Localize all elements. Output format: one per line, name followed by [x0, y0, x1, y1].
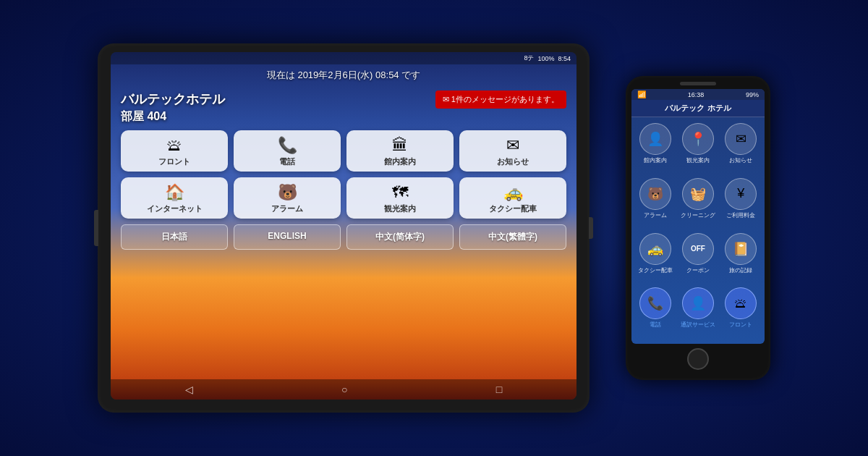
tablet-btn-sightseeing[interactable]: 🗺 観光案内	[346, 177, 454, 219]
front-desk-icon: 🛎	[166, 138, 182, 153]
lang-btn-chinese-simplified[interactable]: 中文(简体字)	[346, 224, 454, 250]
tablet-signal: 8テ	[524, 54, 534, 63]
phone-diary-label: 旅の記録	[729, 267, 752, 274]
tablet-hotel-name: バルテックホテル	[121, 90, 225, 108]
phone-btn-sightseeing[interactable]: 📍 観光案内	[678, 123, 717, 174]
tablet-nav-bar: ◁ ○ □	[111, 379, 576, 400]
phone-btn-coupon[interactable]: OFF クーポン	[678, 233, 717, 284]
tablet-hotel-info: バルテックホテル 部屋 404	[121, 90, 225, 124]
tablet-nav-recent[interactable]: □	[496, 384, 502, 395]
phone-front-desk-label: フロント	[729, 321, 752, 329]
phone-btn-phone[interactable]: 📞 電話	[636, 287, 674, 338]
alarm-icon: 🐻	[278, 185, 297, 200]
phone-front-desk-icon: 🛎	[725, 287, 757, 319]
phone-btn-front-desk[interactable]: 🛎 フロント	[722, 287, 760, 338]
phone-alarm-label: アラーム	[644, 212, 667, 219]
phone-hotel-title: バルテック ホテル	[637, 103, 759, 114]
phone-icon: 📞	[278, 138, 297, 153]
tablet-room-number: 部屋 404	[121, 109, 225, 124]
phone-btn-alarm[interactable]: 🐻 アラーム	[636, 178, 674, 229]
phone-coupon-icon: OFF	[682, 233, 714, 265]
alarm-label: アラーム	[271, 203, 303, 214]
tablet-screen: 8テ 100% 8:54 現在は 2019年2月6日(水) 08:54 です バ…	[111, 52, 576, 400]
phone-btn-cleaning[interactable]: 🧺 クリーニング	[678, 178, 717, 229]
hotel-info-icon: 🏛	[392, 138, 408, 153]
phone-billing-label: ご利用料金	[726, 212, 755, 219]
tablet-status-bar: 8テ 100% 8:54	[111, 52, 576, 64]
tablet-device: 8テ 100% 8:54 現在は 2019年2月6日(水) 08:54 です バ…	[98, 43, 590, 413]
tablet-nav-back[interactable]: ◁	[185, 384, 193, 395]
tablet-btn-front-desk[interactable]: 🛎 フロント	[121, 130, 228, 172]
notices-icon: ✉	[506, 138, 519, 153]
tablet-time: 8:54	[558, 55, 571, 62]
phone-screen: 📶 16:38 99% バルテック ホテル 👤 館内案内 📍 観光案内 ✉	[631, 89, 765, 344]
phone-phone-icon: 📞	[639, 287, 671, 319]
tablet-btn-internet[interactable]: 🏠 インターネット	[121, 177, 228, 219]
phone-taxi-icon: 🚕	[639, 233, 671, 265]
phone-status-bar: 📶 16:38 99%	[631, 89, 765, 100]
tablet-side-button-right	[589, 217, 593, 239]
tablet-btn-taxi[interactable]: 🚕 タクシー配車	[459, 177, 566, 219]
phone-interpreter-label: 通訳サービス	[681, 321, 715, 329]
taxi-icon: 🚕	[503, 185, 523, 200]
phone-app-grid: 👤 館内案内 📍 観光案内 ✉ お知らせ 🐻 アラーム 🧺 クリーニ	[631, 117, 765, 344]
tablet-btn-phone[interactable]: 📞 電話	[234, 130, 341, 172]
phone-billing-icon: ¥	[725, 178, 757, 210]
tablet-btn-alarm[interactable]: 🐻 アラーム	[234, 177, 341, 219]
taxi-label: タクシー配車	[489, 203, 537, 214]
tablet-message-badge[interactable]: ✉ 1件のメッセージがあります。	[435, 90, 566, 109]
phone-header: バルテック ホテル	[631, 100, 765, 117]
phone-label: 電話	[279, 156, 295, 167]
tablet-content: バルテックホテル 部屋 404 ✉ 1件のメッセージがあります。 🛎 フロント …	[111, 85, 576, 379]
sightseeing-icon: 🗺	[392, 185, 408, 200]
internet-label: インターネット	[147, 203, 203, 214]
phone-time: 16:38	[688, 91, 705, 98]
phone-earpiece	[680, 82, 716, 85]
phone-device: 📶 16:38 99% バルテック ホテル 👤 館内案内 📍 観光案内 ✉	[626, 76, 770, 380]
phone-hotel-info-label: 館内案内	[644, 157, 667, 164]
phone-battery: 99%	[746, 91, 759, 98]
tablet-side-button-left	[94, 210, 98, 246]
phone-taxi-label: タクシー配車	[638, 267, 673, 274]
phone-notices-icon: ✉	[725, 123, 757, 155]
phone-btn-diary[interactable]: 📔 旅の記録	[722, 233, 760, 284]
phone-interpreter-icon: 👤	[682, 287, 714, 319]
lang-btn-english[interactable]: ENGLISH	[234, 224, 341, 250]
tablet-battery: 100%	[537, 55, 554, 62]
phone-home-button[interactable]	[687, 348, 709, 370]
lang-btn-japanese[interactable]: 日本語	[121, 224, 228, 250]
phone-btn-hotel-info[interactable]: 👤 館内案内	[636, 123, 674, 174]
phone-btn-interpreter[interactable]: 👤 通訳サービス	[678, 287, 717, 338]
tablet-btn-notices[interactable]: ✉ お知らせ	[459, 130, 566, 172]
phone-btn-taxi[interactable]: 🚕 タクシー配車	[636, 233, 674, 284]
phone-diary-icon: 📔	[725, 233, 757, 265]
phone-alarm-icon: 🐻	[639, 178, 671, 210]
phone-hotel-info-icon: 👤	[639, 123, 671, 155]
main-scene: 8テ 100% 8:54 現在は 2019年2月6日(水) 08:54 です バ…	[0, 0, 868, 456]
tablet-language-bar: 日本語 ENGLISH 中文(简体字) 中文(繁體字)	[121, 224, 566, 254]
lang-btn-chinese-traditional[interactable]: 中文(繁體字)	[459, 224, 566, 250]
phone-sightseeing-label: 観光案内	[686, 157, 710, 164]
tablet-header: バルテックホテル 部屋 404 ✉ 1件のメッセージがあります。	[121, 90, 566, 124]
tablet-datetime: 現在は 2019年2月6日(水) 08:54 です	[111, 64, 576, 85]
tablet-nav-home[interactable]: ○	[341, 384, 347, 395]
tablet-btn-hotel-info[interactable]: 🏛 館内案内	[346, 130, 454, 172]
phone-cleaning-icon: 🧺	[682, 178, 714, 210]
phone-wifi-icon: 📶	[637, 90, 646, 98]
phone-cleaning-label: クリーニング	[681, 212, 715, 219]
phone-btn-billing[interactable]: ¥ ご利用料金	[722, 178, 760, 229]
phone-notices-label: お知らせ	[729, 157, 752, 164]
phone-sightseeing-icon: 📍	[682, 123, 714, 155]
phone-phone-label: 電話	[650, 321, 661, 329]
front-desk-label: フロント	[158, 156, 190, 167]
phone-btn-notices[interactable]: ✉ お知らせ	[722, 123, 760, 174]
internet-icon: 🏠	[165, 185, 184, 200]
phone-coupon-label: クーポン	[686, 267, 710, 274]
tablet-app-grid: 🛎 フロント 📞 電話 🏛 館内案内 ✉ お知らせ	[121, 130, 566, 219]
sightseeing-label: 観光案内	[384, 203, 416, 214]
notices-label: お知らせ	[497, 156, 529, 167]
hotel-info-label: 館内案内	[384, 156, 416, 167]
